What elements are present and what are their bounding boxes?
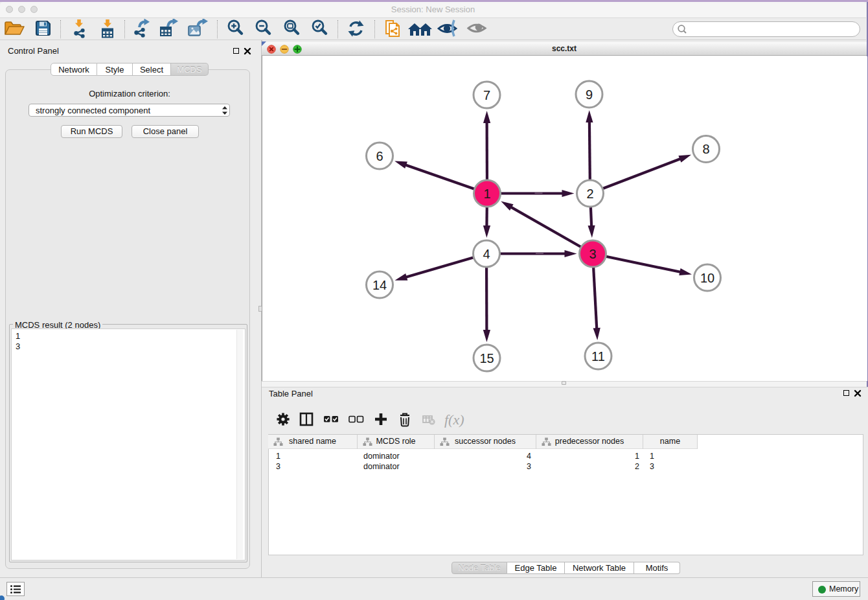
svg-text:11: 11 — [591, 349, 605, 363]
svg-text:15: 15 — [479, 351, 494, 365]
svg-text:10: 10 — [700, 271, 714, 285]
svg-text:1: 1 — [483, 187, 490, 201]
svg-text:3: 3 — [589, 247, 596, 261]
svg-text:4: 4 — [483, 247, 490, 261]
svg-text:6: 6 — [376, 149, 383, 163]
svg-text:7: 7 — [483, 88, 490, 102]
svg-text:8: 8 — [702, 142, 709, 156]
svg-text:14: 14 — [372, 278, 386, 292]
svg-text:2: 2 — [586, 187, 593, 201]
svg-text:f(x): f(x) — [444, 411, 464, 428]
svg-text:9: 9 — [585, 87, 592, 102]
